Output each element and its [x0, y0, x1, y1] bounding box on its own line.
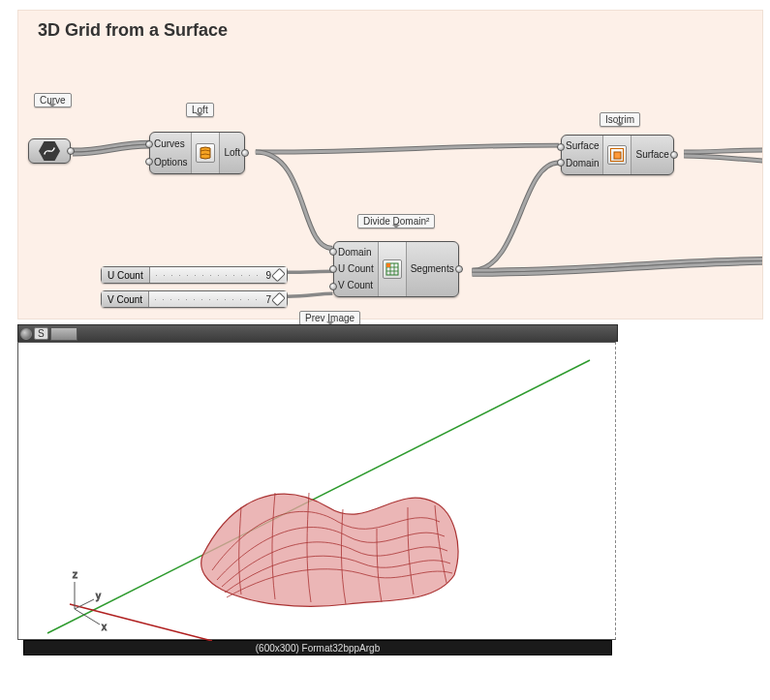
loft-input-curves[interactable]: Curves: [154, 137, 187, 151]
preview-thumbnail-icon: [50, 327, 77, 341]
preview-header[interactable]: S: [17, 324, 618, 342]
preview-grip-dot[interactable]: [20, 328, 32, 340]
loft-node[interactable]: Curves Options Loft: [149, 132, 245, 174]
divide-domain-node[interactable]: Domain U Count V Count Segments: [333, 241, 459, 297]
tag-prev-image: Prev Image: [299, 311, 360, 325]
svg-rect-3: [614, 152, 621, 159]
preview-viewport[interactable]: z x y: [17, 342, 616, 640]
isotrim-node[interactable]: Surface Domain Surface: [561, 135, 674, 175]
grasshopper-canvas[interactable]: 3D Grid from a Surface Curve Loft Divide: [17, 10, 763, 320]
axis-x-label: x: [102, 622, 107, 632]
isotrim-icon: [607, 145, 627, 165]
preview-input-label[interactable]: S: [34, 327, 48, 340]
isotrim-output-surface[interactable]: Surface: [635, 148, 668, 162]
u-count-slider[interactable]: U Count 9: [101, 266, 288, 284]
v-count-slider[interactable]: V Count 7: [101, 290, 288, 308]
divide-output-segments[interactable]: Segments: [411, 262, 454, 276]
preview-panel: S: [17, 324, 618, 655]
u-count-label: U Count: [102, 267, 150, 283]
preview-surface-render: z x y: [18, 343, 617, 641]
v-count-track[interactable]: 7: [149, 291, 287, 307]
v-count-label: V Count: [102, 291, 149, 307]
isotrim-input-domain[interactable]: Domain: [566, 157, 599, 170]
divide-input-ucount[interactable]: U Count: [338, 262, 374, 276]
u-count-value: 9: [265, 267, 271, 283]
divide-input-vcount[interactable]: V Count: [338, 279, 374, 292]
loft-output[interactable]: Loft: [224, 146, 240, 160]
preview-footer: (600x300) Format32bppArgb: [23, 640, 612, 655]
divide-input-domain[interactable]: Domain: [338, 246, 374, 259]
loft-icon: [196, 143, 215, 163]
axis-gizmo: z x y: [73, 569, 107, 632]
loft-input-options[interactable]: Options: [154, 156, 187, 169]
v-count-value: 7: [265, 291, 271, 307]
u-count-track[interactable]: 9: [150, 267, 287, 283]
divide-domain-icon: [383, 259, 402, 279]
axis-z-label: z: [73, 569, 77, 580]
svg-rect-1: [386, 263, 390, 267]
tag-curve: Curve: [34, 93, 72, 107]
tag-divide-domain: Divide Domain²: [357, 214, 435, 228]
tag-loft: Loft: [186, 103, 214, 117]
definition-title: 3D Grid from a Surface: [38, 20, 228, 41]
isotrim-input-surface[interactable]: Surface: [566, 139, 599, 153]
tag-isotrim: Isotrim: [600, 112, 640, 127]
axis-y-label: y: [96, 591, 101, 601]
curve-icon: [39, 140, 60, 162]
u-count-thumb[interactable]: [271, 268, 286, 283]
v-count-thumb[interactable]: [271, 292, 286, 307]
svg-line-5: [70, 604, 212, 641]
curve-param-node[interactable]: [28, 138, 71, 164]
